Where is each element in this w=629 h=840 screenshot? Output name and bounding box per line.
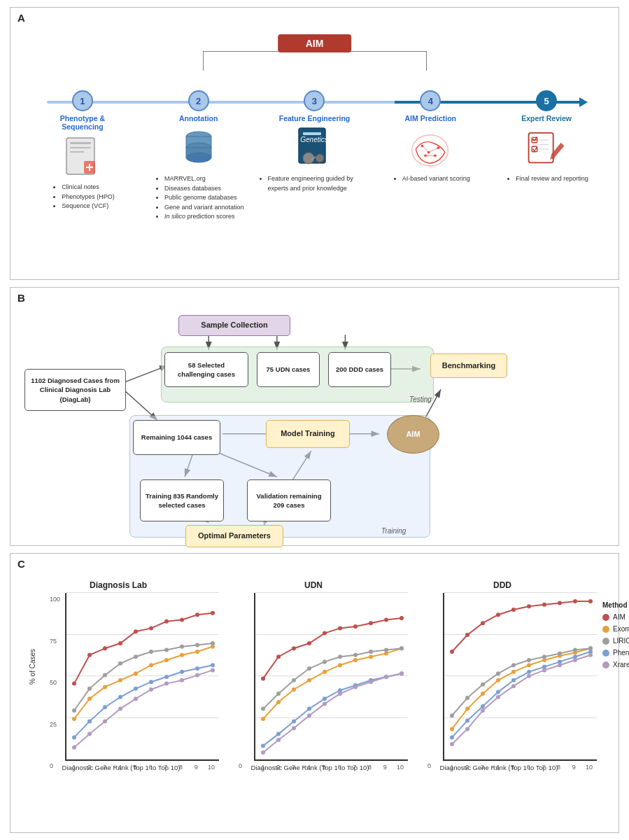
svg-point-75 — [164, 648, 169, 652]
svg-point-53 — [134, 629, 138, 634]
step-4-image — [409, 128, 451, 170]
svg-point-147 — [384, 675, 388, 679]
legend-xrare: Xrare — [602, 661, 629, 668]
chart-diagnosis-lab: Diagnosis Lab % of Cases 0 25 50 75 100 … — [17, 580, 219, 818]
steps-row: 1 Phenotype &Sequencing Clinical notes — [17, 90, 612, 222]
svg-point-191 — [481, 708, 485, 713]
svg-point-26 — [434, 154, 437, 157]
svg-line-19 — [423, 146, 429, 152]
svg-point-181 — [481, 704, 485, 708]
svg-point-173 — [511, 663, 516, 667]
svg-point-182 — [496, 690, 500, 694]
svg-point-58 — [211, 611, 215, 615]
chart-udn: UDN 0 1 2 3 4 5 6 7 8 9 — [219, 580, 408, 818]
svg-point-56 — [180, 617, 184, 622]
svg-point-100 — [276, 654, 281, 659]
svg-point-145 — [353, 685, 358, 689]
svg-point-52 — [118, 641, 122, 645]
legend-aim-label: AIM — [613, 613, 626, 621]
svg-point-114 — [338, 663, 342, 667]
svg-point-77 — [195, 643, 199, 647]
svg-point-55 — [164, 620, 169, 624]
svg-point-90 — [87, 732, 92, 736]
svg-point-72 — [118, 662, 122, 666]
svg-point-18 — [412, 135, 448, 166]
chart-1-title: Diagnosis Lab — [90, 580, 147, 590]
svg-point-157 — [573, 599, 577, 603]
svg-point-61 — [103, 685, 107, 689]
step-2-label: Annotation — [179, 114, 218, 122]
svg-point-109 — [261, 717, 265, 721]
svg-point-81 — [103, 705, 107, 709]
optimal-params-box: Optimal Parameters — [185, 525, 283, 547]
svg-point-170 — [465, 696, 469, 700]
svg-point-131 — [292, 720, 296, 724]
testing-label: Testing — [409, 396, 432, 403]
remaining-box: Remaining 1044 cases — [133, 420, 220, 455]
step-1-bullets: Clinical notes Phenotypes (HPO) Sequence… — [50, 183, 115, 211]
svg-point-79 — [72, 735, 76, 739]
svg-point-92 — [118, 707, 122, 711]
svg-point-24 — [437, 146, 440, 149]
svg-point-180 — [465, 718, 469, 722]
benchmarking-box: Benchmarking — [430, 354, 507, 378]
svg-point-67 — [195, 650, 199, 654]
svg-point-121 — [292, 678, 296, 682]
svg-point-66 — [180, 653, 184, 657]
svg-point-87 — [195, 666, 199, 671]
legend-exomiser-dot — [602, 626, 609, 633]
step-4-circle: 4 — [420, 90, 441, 111]
legend-aim-dot — [602, 614, 609, 621]
legend-phenix-label: PhenIX — [613, 649, 629, 657]
svg-point-140 — [276, 738, 281, 742]
svg-point-122 — [307, 666, 311, 671]
svg-point-98 — [211, 668, 215, 672]
chart-1-svg — [66, 593, 219, 760]
validation-209-box: Validation remaining 209 cases — [247, 479, 331, 522]
svg-point-101 — [292, 646, 296, 650]
svg-rect-2 — [70, 147, 91, 148]
svg-point-124 — [338, 654, 342, 659]
svg-point-141 — [292, 726, 296, 730]
svg-point-156 — [558, 601, 562, 605]
svg-point-195 — [542, 668, 546, 672]
step-5-label: Expert Review — [521, 114, 572, 122]
legend-xrare-dot — [602, 662, 609, 668]
svg-point-115 — [353, 658, 358, 662]
svg-point-148 — [400, 671, 404, 676]
svg-point-132 — [307, 707, 311, 711]
svg-point-111 — [292, 687, 296, 692]
chart-3-canvas: 0 1 2 3 4 5 6 7 8 9 10 — [443, 593, 597, 761]
svg-point-179 — [450, 735, 454, 739]
y-axis-label-1: % of Cases — [29, 649, 36, 685]
svg-point-116 — [369, 654, 373, 659]
svg-point-59 — [72, 717, 76, 721]
svg-point-95 — [164, 682, 169, 686]
aim-oval: AIM — [387, 415, 439, 454]
svg-point-149 — [450, 650, 454, 654]
svg-point-183 — [511, 678, 516, 682]
step-1-label: Phenotype &Sequencing — [60, 114, 105, 131]
svg-point-83 — [134, 687, 138, 691]
step-2: 2 Annotation MARRVEL.org Diseases databa… — [141, 90, 257, 222]
udn-box: 75 UDN cases — [257, 352, 320, 387]
svg-point-93 — [134, 696, 138, 701]
svg-point-146 — [369, 680, 373, 684]
svg-point-198 — [588, 653, 593, 657]
svg-point-142 — [307, 713, 311, 718]
svg-point-133 — [323, 696, 327, 701]
legend-phenix-dot — [602, 650, 609, 657]
selected-challenging-box: 58 Selected challenging cases — [164, 352, 248, 387]
svg-point-105 — [353, 624, 358, 629]
aim-bar: AIM — [278, 34, 352, 52]
svg-point-103 — [323, 631, 327, 636]
svg-point-151 — [481, 621, 485, 625]
svg-point-160 — [465, 707, 469, 711]
svg-point-65 — [164, 658, 169, 662]
panel-a-label: A — [17, 12, 25, 24]
svg-point-76 — [180, 645, 184, 649]
legend-lirical-dot — [602, 638, 609, 645]
training-label: Training — [381, 527, 406, 535]
svg-point-120 — [276, 692, 281, 696]
svg-point-190 — [465, 727, 469, 731]
